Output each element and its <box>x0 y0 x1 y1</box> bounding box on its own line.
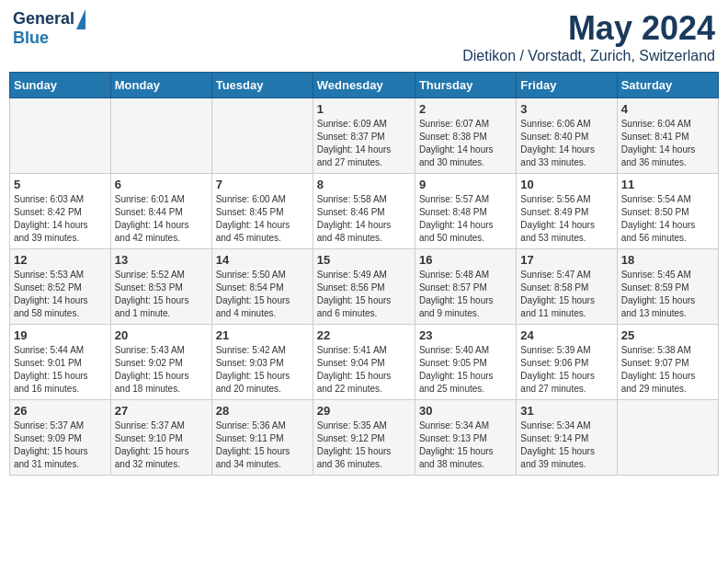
day-info: Sunrise: 5:37 AM Sunset: 9:10 PM Dayligh… <box>115 419 208 471</box>
day-number: 26 <box>14 404 107 418</box>
day-info: Sunrise: 5:54 AM Sunset: 8:50 PM Dayligh… <box>621 193 714 245</box>
calendar-cell: 28Sunrise: 5:36 AM Sunset: 9:11 PM Dayli… <box>211 400 313 476</box>
calendar-cell: 1Sunrise: 6:09 AM Sunset: 8:37 PM Daylig… <box>313 98 415 174</box>
calendar-row: 12Sunrise: 5:53 AM Sunset: 8:52 PM Dayli… <box>10 249 719 325</box>
day-number: 20 <box>115 328 208 342</box>
day-info: Sunrise: 5:41 AM Sunset: 9:04 PM Dayligh… <box>317 344 411 396</box>
day-number: 25 <box>621 328 714 342</box>
day-info: Sunrise: 6:09 AM Sunset: 8:37 PM Dayligh… <box>317 118 411 169</box>
calendar-cell: 13Sunrise: 5:52 AM Sunset: 8:53 PM Dayli… <box>110 249 211 325</box>
calendar-cell: 16Sunrise: 5:48 AM Sunset: 8:57 PM Dayli… <box>415 249 516 325</box>
calendar-cell <box>10 98 111 174</box>
calendar-cell: 23Sunrise: 5:40 AM Sunset: 9:05 PM Dayli… <box>415 325 516 400</box>
day-info: Sunrise: 5:43 AM Sunset: 9:02 PM Dayligh… <box>115 344 208 396</box>
weekday-header: Wednesday <box>313 73 415 98</box>
weekday-header: Tuesday <box>211 73 313 98</box>
day-number: 15 <box>317 253 411 267</box>
day-info: Sunrise: 5:56 AM Sunset: 8:49 PM Dayligh… <box>520 193 612 245</box>
logo-icon <box>76 9 85 29</box>
day-info: Sunrise: 5:36 AM Sunset: 9:11 PM Dayligh… <box>216 419 309 471</box>
day-info: Sunrise: 6:00 AM Sunset: 8:45 PM Dayligh… <box>216 193 309 245</box>
day-number: 6 <box>115 178 208 191</box>
calendar-cell: 21Sunrise: 5:42 AM Sunset: 9:03 PM Dayli… <box>211 325 313 400</box>
day-info: Sunrise: 5:42 AM Sunset: 9:03 PM Dayligh… <box>216 344 309 396</box>
day-number: 29 <box>317 404 411 418</box>
calendar-cell: 29Sunrise: 5:35 AM Sunset: 9:12 PM Dayli… <box>313 400 415 476</box>
day-number: 28 <box>216 404 309 418</box>
calendar-cell: 27Sunrise: 5:37 AM Sunset: 9:10 PM Dayli… <box>110 400 211 476</box>
logo-blue: Blue <box>13 29 49 48</box>
day-info: Sunrise: 5:48 AM Sunset: 8:57 PM Dayligh… <box>419 269 512 320</box>
calendar-cell: 3Sunrise: 6:06 AM Sunset: 8:40 PM Daylig… <box>517 98 617 174</box>
calendar-cell: 22Sunrise: 5:41 AM Sunset: 9:04 PM Dayli… <box>313 325 415 400</box>
day-number: 10 <box>520 178 612 191</box>
day-number: 16 <box>419 253 512 267</box>
day-number: 3 <box>520 102 612 116</box>
calendar-cell: 8Sunrise: 5:58 AM Sunset: 8:46 PM Daylig… <box>313 174 415 249</box>
day-info: Sunrise: 5:38 AM Sunset: 9:07 PM Dayligh… <box>621 344 714 396</box>
day-info: Sunrise: 5:35 AM Sunset: 9:12 PM Dayligh… <box>317 419 411 471</box>
calendar-table: SundayMondayTuesdayWednesdayThursdayFrid… <box>9 72 719 476</box>
day-number: 2 <box>419 102 512 116</box>
calendar-cell: 12Sunrise: 5:53 AM Sunset: 8:52 PM Dayli… <box>10 249 111 325</box>
calendar-cell <box>211 98 313 174</box>
day-number: 5 <box>14 178 107 191</box>
day-info: Sunrise: 5:37 AM Sunset: 9:09 PM Dayligh… <box>14 419 107 471</box>
day-info: Sunrise: 5:52 AM Sunset: 8:53 PM Dayligh… <box>115 269 208 320</box>
calendar-cell: 5Sunrise: 6:03 AM Sunset: 8:42 PM Daylig… <box>10 174 111 249</box>
day-info: Sunrise: 5:53 AM Sunset: 8:52 PM Dayligh… <box>14 269 107 320</box>
month-title: May 2024 <box>462 9 715 48</box>
day-info: Sunrise: 5:50 AM Sunset: 8:54 PM Dayligh… <box>216 269 309 320</box>
calendar-row: 1Sunrise: 6:09 AM Sunset: 8:37 PM Daylig… <box>10 98 719 174</box>
calendar-cell: 14Sunrise: 5:50 AM Sunset: 8:54 PM Dayli… <box>211 249 313 325</box>
day-number: 12 <box>14 253 107 267</box>
calendar-cell: 19Sunrise: 5:44 AM Sunset: 9:01 PM Dayli… <box>10 325 111 400</box>
day-number: 13 <box>115 253 208 267</box>
day-number: 7 <box>216 178 309 191</box>
calendar-cell: 17Sunrise: 5:47 AM Sunset: 8:58 PM Dayli… <box>517 249 617 325</box>
day-number: 19 <box>14 328 107 342</box>
day-number: 17 <box>520 253 612 267</box>
calendar-cell: 9Sunrise: 5:57 AM Sunset: 8:48 PM Daylig… <box>415 174 516 249</box>
weekday-header: Sunday <box>10 73 111 98</box>
calendar-cell <box>617 400 718 476</box>
day-info: Sunrise: 6:03 AM Sunset: 8:42 PM Dayligh… <box>14 193 107 245</box>
day-info: Sunrise: 5:49 AM Sunset: 8:56 PM Dayligh… <box>317 269 411 320</box>
day-info: Sunrise: 5:47 AM Sunset: 8:58 PM Dayligh… <box>520 269 612 320</box>
calendar-cell: 4Sunrise: 6:04 AM Sunset: 8:41 PM Daylig… <box>617 98 718 174</box>
weekday-header: Friday <box>517 73 617 98</box>
day-number: 27 <box>115 404 208 418</box>
day-number: 18 <box>621 253 714 267</box>
weekday-header-row: SundayMondayTuesdayWednesdayThursdayFrid… <box>10 73 719 98</box>
page-header: General Blue May 2024 Dietikon / Vorstad… <box>9 9 719 64</box>
day-info: Sunrise: 5:58 AM Sunset: 8:46 PM Dayligh… <box>317 193 411 245</box>
calendar-row: 5Sunrise: 6:03 AM Sunset: 8:42 PM Daylig… <box>10 174 719 249</box>
calendar-cell: 2Sunrise: 6:07 AM Sunset: 8:38 PM Daylig… <box>415 98 516 174</box>
day-number: 31 <box>520 404 612 418</box>
calendar-cell: 18Sunrise: 5:45 AM Sunset: 8:59 PM Dayli… <box>617 249 718 325</box>
day-number: 1 <box>317 102 411 116</box>
title-section: May 2024 Dietikon / Vorstadt, Zurich, Sw… <box>462 9 715 64</box>
calendar-cell: 25Sunrise: 5:38 AM Sunset: 9:07 PM Dayli… <box>617 325 718 400</box>
calendar-cell: 31Sunrise: 5:34 AM Sunset: 9:14 PM Dayli… <box>517 400 617 476</box>
day-info: Sunrise: 5:45 AM Sunset: 8:59 PM Dayligh… <box>621 269 714 320</box>
day-info: Sunrise: 6:01 AM Sunset: 8:44 PM Dayligh… <box>115 193 208 245</box>
day-number: 4 <box>621 102 714 116</box>
calendar-cell: 11Sunrise: 5:54 AM Sunset: 8:50 PM Dayli… <box>617 174 718 249</box>
day-info: Sunrise: 6:04 AM Sunset: 8:41 PM Dayligh… <box>621 118 714 169</box>
day-info: Sunrise: 5:34 AM Sunset: 9:14 PM Dayligh… <box>520 419 612 471</box>
day-number: 23 <box>419 328 512 342</box>
day-number: 8 <box>317 178 411 191</box>
day-number: 30 <box>419 404 512 418</box>
logo-general: General <box>13 10 74 29</box>
day-info: Sunrise: 5:57 AM Sunset: 8:48 PM Dayligh… <box>419 193 512 245</box>
calendar-cell: 10Sunrise: 5:56 AM Sunset: 8:49 PM Dayli… <box>517 174 617 249</box>
weekday-header: Saturday <box>617 73 718 98</box>
calendar-cell: 15Sunrise: 5:49 AM Sunset: 8:56 PM Dayli… <box>313 249 415 325</box>
calendar-row: 19Sunrise: 5:44 AM Sunset: 9:01 PM Dayli… <box>10 325 719 400</box>
calendar-cell <box>110 98 211 174</box>
location-title: Dietikon / Vorstadt, Zurich, Switzerland <box>462 48 715 64</box>
weekday-header: Thursday <box>415 73 516 98</box>
day-info: Sunrise: 6:06 AM Sunset: 8:40 PM Dayligh… <box>520 118 612 169</box>
day-number: 21 <box>216 328 309 342</box>
